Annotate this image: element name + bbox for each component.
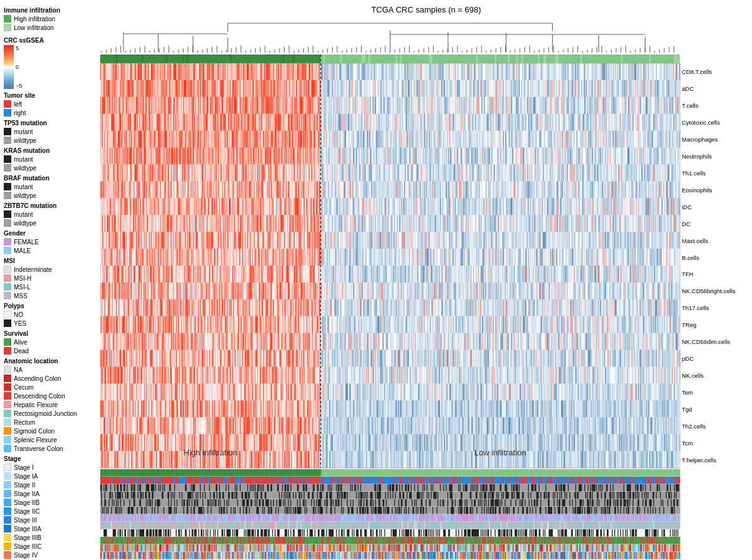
alive-label: Alive xyxy=(14,339,28,346)
transverse-swatch xyxy=(4,445,11,452)
anatomic-title: Anatomic location xyxy=(4,358,98,365)
stage-iv-label: Stage IV xyxy=(14,552,38,559)
crc-ssgsea-title: CRC ssGSEA xyxy=(4,37,98,44)
high-infiltration-label: High infiltration xyxy=(14,16,55,23)
legend-transverse: Transverse Colon xyxy=(4,445,98,452)
descending-label: Descending Colon xyxy=(14,393,65,400)
descending-swatch xyxy=(4,392,11,400)
female-swatch xyxy=(4,238,11,246)
cecum-swatch xyxy=(4,383,11,391)
male-swatch xyxy=(4,247,11,254)
stage-iiia-label: Stage IIIA xyxy=(14,526,41,532)
chart-title: TCGA CRC samples (n = 698) xyxy=(100,3,752,14)
zbtb7c-mutant-swatch xyxy=(4,210,11,218)
legend-alive: Alive xyxy=(4,338,98,346)
low-infiltration-swatch xyxy=(4,24,11,31)
rectosigmoid-swatch xyxy=(4,410,11,417)
legend-tp53-wildtype: wildtype xyxy=(4,137,98,144)
tumor-right-swatch xyxy=(4,109,11,117)
legend-descending: Descending Colon xyxy=(4,392,98,400)
legend-female: FEMALE xyxy=(4,238,98,246)
msi-h-swatch xyxy=(4,274,11,282)
zbtb7c-mutant-label: mutant xyxy=(14,211,33,218)
legend-braf-mutant: mutant xyxy=(4,183,98,190)
stage-i-label: Stage I xyxy=(14,464,34,471)
zbtb7c-wildtype-swatch xyxy=(4,219,11,227)
legend-stage-iii: Stage III xyxy=(4,516,98,524)
tumor-left-swatch xyxy=(4,100,11,108)
splenic-label: Splenic Flexure xyxy=(14,437,57,443)
tumor-left-label: left xyxy=(14,101,22,108)
braf-wildtype-swatch xyxy=(4,192,11,199)
hepatic-swatch xyxy=(4,401,11,408)
legend-dead: Dead xyxy=(4,347,98,355)
stage-i-swatch xyxy=(4,464,11,471)
polyps-yes-swatch xyxy=(4,319,11,327)
ascending-label: Ascending Colon xyxy=(14,375,61,382)
rectum-swatch xyxy=(4,418,11,426)
legend-splenic: Splenic Flexure xyxy=(4,436,98,443)
msi-h-label: MSI-H xyxy=(14,275,31,282)
mss-swatch xyxy=(4,292,11,299)
legend-stage-iv: Stage IV xyxy=(4,551,98,559)
stage-iiia-swatch xyxy=(4,525,11,532)
kras-wildtype-label: wildtype xyxy=(14,165,36,172)
rectum-label: Rectum xyxy=(14,419,35,426)
stage-ii-label: Stage II xyxy=(14,482,35,489)
tp53-mutant-swatch xyxy=(4,128,11,135)
legend-ascending: Ascending Colon xyxy=(4,375,98,382)
ascending-swatch xyxy=(4,375,11,382)
stage-iiib-swatch xyxy=(4,534,11,541)
dead-swatch xyxy=(4,347,11,355)
legend-kras-wildtype: wildtype xyxy=(4,164,98,172)
tumor-site-title: Tumor site xyxy=(4,92,98,99)
braf-wildtype-label: wildtype xyxy=(14,192,36,199)
legend-high-infiltration: High infiltration xyxy=(4,15,98,23)
legend-zbtb7c-mutant: mutant xyxy=(4,210,98,218)
msi-l-label: MSI-L xyxy=(14,284,31,291)
sigmoid-swatch xyxy=(4,427,11,435)
stage-iib-label: Stage IIB xyxy=(14,499,39,506)
msi-title: MSI xyxy=(4,257,98,264)
legend-tp53-mutant: mutant xyxy=(4,128,98,135)
legend-stage-ia: Stage IA xyxy=(4,472,98,480)
heatmap-canvas xyxy=(100,16,752,560)
zbtb7c-wildtype-label: wildtype xyxy=(14,220,36,227)
legend-stage-iic: Stage IIC xyxy=(4,507,98,515)
legend-low-infiltration: Low infiltration xyxy=(4,24,98,31)
tp53-mutant-label: mutant xyxy=(14,128,33,135)
legend-stage-iiib: Stage IIIB xyxy=(4,534,98,541)
chart-area: TCGA CRC samples (n = 698) xyxy=(100,0,752,560)
legend-tumor-left: left xyxy=(4,100,98,108)
zbtb7c-title: ZBTB7C mutation xyxy=(4,202,98,209)
dead-label: Dead xyxy=(14,348,29,355)
hepatic-label: Hepatic Flexure xyxy=(14,402,58,408)
na-label: NA xyxy=(14,366,23,373)
scale-mid: 0 xyxy=(16,64,22,70)
alive-swatch xyxy=(4,338,11,346)
polyps-title: Polyps xyxy=(4,303,98,309)
legend-braf-wildtype: wildtype xyxy=(4,192,98,199)
mss-label: MSS xyxy=(14,293,28,299)
stage-iii-label: Stage III xyxy=(14,517,37,524)
legend-stage-iiia: Stage IIIA xyxy=(4,525,98,532)
stage-iic-swatch xyxy=(4,507,11,515)
na-swatch xyxy=(4,366,11,373)
stage-ia-swatch xyxy=(4,472,11,480)
tp53-wildtype-swatch xyxy=(4,137,11,144)
legend-stage-iib: Stage IIB xyxy=(4,499,98,506)
polyps-no-label: NO xyxy=(14,311,23,318)
immune-infiltration-title: Immune infiltration xyxy=(4,7,98,14)
msi-l-swatch xyxy=(4,283,11,291)
legend-polyps-no: NO xyxy=(4,311,98,318)
legend-rectosigmoid: Rectosigmoid Junction xyxy=(4,410,98,417)
legend-stage-i: Stage I xyxy=(4,464,98,471)
braf-title: BRAF mutation xyxy=(4,175,98,182)
polyps-no-swatch xyxy=(4,311,11,318)
braf-mutant-swatch xyxy=(4,183,11,190)
kras-mutant-label: mutant xyxy=(14,156,33,163)
legend-na: NA xyxy=(4,366,98,373)
legend-rectum: Rectum xyxy=(4,418,98,426)
survival-title: Survival xyxy=(4,330,98,337)
legend-msi-l: MSI-L xyxy=(4,283,98,291)
